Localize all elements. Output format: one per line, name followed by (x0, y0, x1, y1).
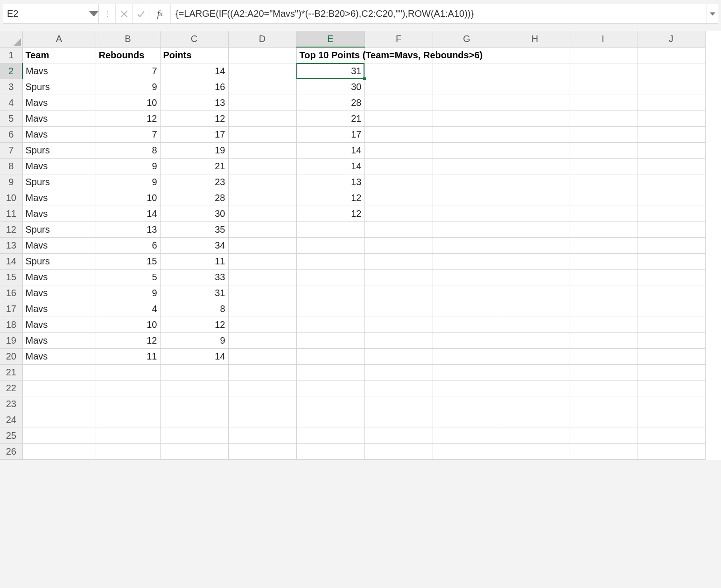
cell-C9[interactable]: 23 (160, 174, 228, 190)
cell-C14[interactable]: 11 (160, 253, 228, 269)
cell-J4[interactable] (637, 95, 705, 111)
cell-G2[interactable] (433, 63, 501, 79)
cell-B7[interactable]: 8 (96, 142, 160, 158)
cell-H10[interactable] (501, 190, 569, 206)
cell-F18[interactable] (364, 317, 433, 332)
cell-D4[interactable] (228, 95, 296, 111)
cell-F24[interactable] (364, 412, 433, 428)
cell-A3[interactable]: Spurs (22, 79, 96, 95)
cell-F20[interactable] (364, 348, 433, 364)
cell-D18[interactable] (228, 317, 296, 332)
cell-A19[interactable]: Mavs (22, 332, 96, 348)
cell-H13[interactable] (501, 237, 569, 253)
cell-G24[interactable] (433, 412, 501, 428)
cell-F7[interactable] (364, 142, 433, 158)
cell-C13[interactable]: 34 (160, 237, 228, 253)
cell-I20[interactable] (569, 348, 637, 364)
column-header-A[interactable]: A (22, 31, 96, 47)
cell-F2[interactable] (364, 63, 433, 79)
cell-B26[interactable] (96, 443, 160, 459)
cell-I9[interactable] (569, 174, 637, 190)
cell-H6[interactable] (501, 126, 569, 142)
cell-J24[interactable] (637, 412, 705, 428)
row-header-6[interactable]: 6 (0, 126, 22, 142)
name-box[interactable] (3, 4, 99, 23)
cell-F19[interactable] (364, 332, 433, 348)
cell-J9[interactable] (637, 174, 705, 190)
cell-H11[interactable] (501, 206, 569, 221)
cell-D16[interactable] (228, 285, 296, 301)
cell-B19[interactable]: 12 (96, 332, 160, 348)
cell-C26[interactable] (160, 443, 228, 459)
row-header-23[interactable]: 23 (0, 396, 22, 412)
cell-H23[interactable] (501, 396, 569, 412)
cell-C2[interactable]: 14 (160, 63, 228, 79)
cell-I16[interactable] (569, 285, 637, 301)
cell-E9[interactable]: 13 (296, 174, 364, 190)
cell-H22[interactable] (501, 380, 569, 396)
cell-C19[interactable]: 9 (160, 332, 228, 348)
cell-G12[interactable] (433, 221, 501, 237)
column-header-C[interactable]: C (160, 31, 228, 47)
cell-F1[interactable] (364, 47, 433, 63)
cell-J20[interactable] (637, 348, 705, 364)
cell-D15[interactable] (228, 269, 296, 285)
cell-E11[interactable]: 12 (296, 206, 364, 221)
cell-E21[interactable] (296, 364, 364, 380)
cell-C3[interactable]: 16 (160, 79, 228, 95)
cell-F11[interactable] (364, 206, 433, 221)
cell-J12[interactable] (637, 221, 705, 237)
cell-F9[interactable] (364, 174, 433, 190)
cell-D10[interactable] (228, 190, 296, 206)
cell-E10[interactable]: 12 (296, 190, 364, 206)
cell-C18[interactable]: 12 (160, 317, 228, 332)
cell-J14[interactable] (637, 253, 705, 269)
cell-H16[interactable] (501, 285, 569, 301)
cell-E20[interactable] (296, 348, 364, 364)
cell-D17[interactable] (228, 301, 296, 317)
cell-F16[interactable] (364, 285, 433, 301)
cell-J10[interactable] (637, 190, 705, 206)
cell-J16[interactable] (637, 285, 705, 301)
cell-E4[interactable]: 28 (296, 95, 364, 111)
cell-G19[interactable] (433, 332, 501, 348)
cell-A25[interactable] (22, 428, 96, 443)
cell-I11[interactable] (569, 206, 637, 221)
cell-A7[interactable]: Spurs (22, 142, 96, 158)
cell-H7[interactable] (501, 142, 569, 158)
cell-I10[interactable] (569, 190, 637, 206)
cell-A5[interactable]: Mavs (22, 111, 96, 126)
cell-H19[interactable] (501, 332, 569, 348)
cell-J23[interactable] (637, 396, 705, 412)
cell-D21[interactable] (228, 364, 296, 380)
cell-G4[interactable] (433, 95, 501, 111)
row-header-11[interactable]: 11 (0, 206, 22, 221)
cell-I23[interactable] (569, 396, 637, 412)
cell-I2[interactable] (569, 63, 637, 79)
cell-A20[interactable]: Mavs (22, 348, 96, 364)
cell-C17[interactable]: 8 (160, 301, 228, 317)
cell-E7[interactable]: 14 (296, 142, 364, 158)
cell-I19[interactable] (569, 332, 637, 348)
cell-I22[interactable] (569, 380, 637, 396)
cell-E2[interactable]: 31 (296, 63, 364, 79)
cell-B10[interactable]: 10 (96, 190, 160, 206)
cell-A15[interactable]: Mavs (22, 269, 96, 285)
cell-H5[interactable] (501, 111, 569, 126)
cell-F21[interactable] (364, 364, 433, 380)
cell-G25[interactable] (433, 428, 501, 443)
row-header-17[interactable]: 17 (0, 301, 22, 317)
cell-J6[interactable] (637, 126, 705, 142)
cell-G9[interactable] (433, 174, 501, 190)
cell-J2[interactable] (637, 63, 705, 79)
cell-C20[interactable]: 14 (160, 348, 228, 364)
cell-D23[interactable] (228, 396, 296, 412)
cell-I25[interactable] (569, 428, 637, 443)
cell-D5[interactable] (228, 111, 296, 126)
column-header-F[interactable]: F (364, 31, 433, 47)
cell-J17[interactable] (637, 301, 705, 317)
cell-B14[interactable]: 15 (96, 253, 160, 269)
cell-C7[interactable]: 19 (160, 142, 228, 158)
cell-I1[interactable] (569, 47, 637, 63)
cell-D24[interactable] (228, 412, 296, 428)
